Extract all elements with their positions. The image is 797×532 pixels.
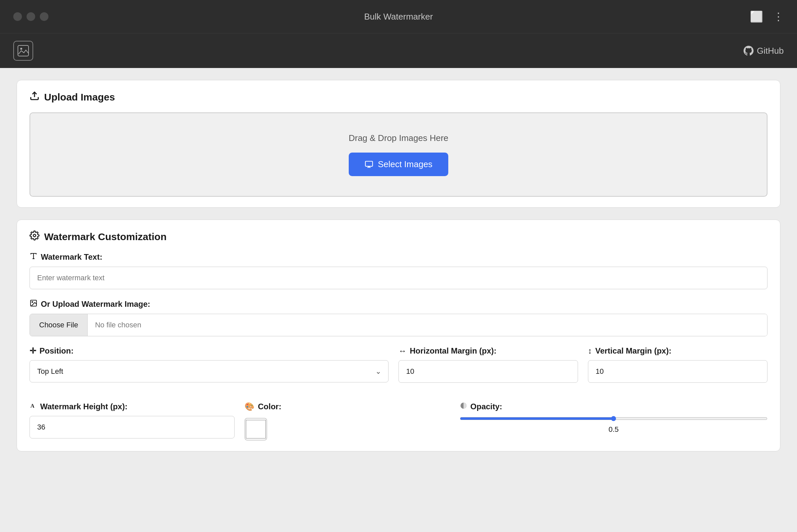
color-icon: 🎨 — [244, 402, 255, 411]
upload-panel-title-text: Upload Images — [44, 92, 115, 103]
watermark-panel-title-text: Watermark Customization — [44, 231, 167, 243]
position-select[interactable]: Top Left Top Center Top Right Center Lef… — [30, 360, 389, 382]
watermark-panel-title: Watermark Customization — [30, 230, 767, 243]
traffic-light-maximize[interactable] — [40, 12, 49, 21]
select-images-button[interactable]: Select Images — [349, 153, 449, 176]
watermark-image-label: Or Upload Watermark Image: — [30, 299, 767, 309]
github-label: GitHub — [757, 46, 784, 56]
svg-text:A: A — [31, 403, 35, 409]
window-icon: ⬜ — [750, 10, 763, 23]
color-label: 🎨 Color: — [244, 402, 450, 411]
height-input[interactable] — [30, 416, 235, 438]
upload-icon — [30, 91, 39, 103]
h-margin-group: ↔ Horizontal Margin (px): — [398, 346, 578, 383]
h-margin-icon: ↔ — [398, 346, 406, 356]
height-group: A Watermark Height (px): — [30, 402, 235, 438]
v-margin-icon: ↕ — [588, 346, 592, 356]
github-link[interactable]: GitHub — [744, 46, 784, 56]
titlebar-left — [13, 12, 49, 21]
traffic-light-minimize[interactable] — [26, 12, 35, 21]
v-margin-input[interactable] — [588, 360, 767, 383]
file-input-row: Choose File No file chosen — [30, 314, 767, 336]
dropzone-text: Drag & Drop Images Here — [349, 133, 449, 143]
upload-panel: Upload Images Drag & Drop Images Here Se… — [17, 80, 780, 208]
height-icon: A — [30, 402, 37, 411]
titlebar-right: ⬜ ⋮ — [750, 10, 784, 23]
watermark-panel: Watermark Customization Watermark Text: — [17, 220, 780, 451]
svg-point-1 — [20, 48, 22, 50]
h-margin-label: ↔ Horizontal Margin (px): — [398, 346, 578, 356]
v-margin-group: ↕ Vertical Margin (px): — [588, 346, 767, 383]
watermark-text-group: Watermark Text: — [30, 252, 767, 289]
h-margin-input[interactable] — [398, 360, 578, 383]
height-label: A Watermark Height (px): — [30, 402, 235, 411]
titlebar-title: Bulk Watermarker — [364, 12, 433, 22]
text-icon — [30, 252, 37, 262]
app-logo — [13, 41, 33, 61]
opacity-group: Opacity: 0.5 — [460, 402, 767, 434]
height-color-opacity-row: A Watermark Height (px): 🎨 Color: — [30, 402, 767, 440]
opacity-label: Opacity: — [460, 402, 767, 411]
select-images-label: Select Images — [378, 159, 433, 170]
svg-point-5 — [33, 234, 36, 237]
position-label: ✛ Position: — [30, 346, 389, 356]
watermark-text-label: Watermark Text: — [30, 252, 767, 262]
watermark-text-input[interactable] — [30, 267, 767, 289]
opacity-slider[interactable] — [460, 416, 767, 421]
no-file-text: No file chosen — [88, 314, 767, 336]
position-group: ✛ Position: Top Left Top Center Top Righ… — [30, 346, 389, 383]
color-group: 🎨 Color: — [244, 402, 450, 440]
traffic-light-close[interactable] — [13, 12, 22, 21]
choose-file-button[interactable]: Choose File — [30, 314, 88, 336]
color-picker[interactable] — [244, 418, 267, 440]
opacity-slider-container: 0.5 — [460, 416, 767, 434]
traffic-lights — [13, 12, 49, 21]
upload-panel-title: Upload Images — [30, 91, 767, 103]
position-icon: ✛ — [30, 346, 36, 356]
image-upload-icon — [30, 299, 37, 309]
svg-rect-3 — [365, 161, 373, 166]
position-margin-row: ✛ Position: Top Left Top Center Top Righ… — [30, 346, 767, 383]
opacity-value: 0.5 — [460, 425, 767, 434]
v-margin-label: ↕ Vertical Margin (px): — [588, 346, 767, 356]
app-logo-bar: GitHub — [0, 33, 797, 68]
watermark-image-group: Or Upload Watermark Image: Choose File N… — [30, 299, 767, 336]
menu-icon[interactable]: ⋮ — [773, 10, 784, 23]
main-content: Upload Images Drag & Drop Images Here Se… — [0, 68, 797, 532]
opacity-icon — [460, 402, 467, 411]
svg-rect-0 — [18, 45, 29, 56]
svg-point-9 — [32, 302, 33, 303]
titlebar: Bulk Watermarker ⬜ ⋮ — [0, 0, 797, 33]
gear-icon — [30, 230, 39, 243]
dropzone[interactable]: Drag & Drop Images Here Select Images — [30, 112, 767, 197]
position-select-wrapper: Top Left Top Center Top Right Center Lef… — [30, 360, 389, 382]
